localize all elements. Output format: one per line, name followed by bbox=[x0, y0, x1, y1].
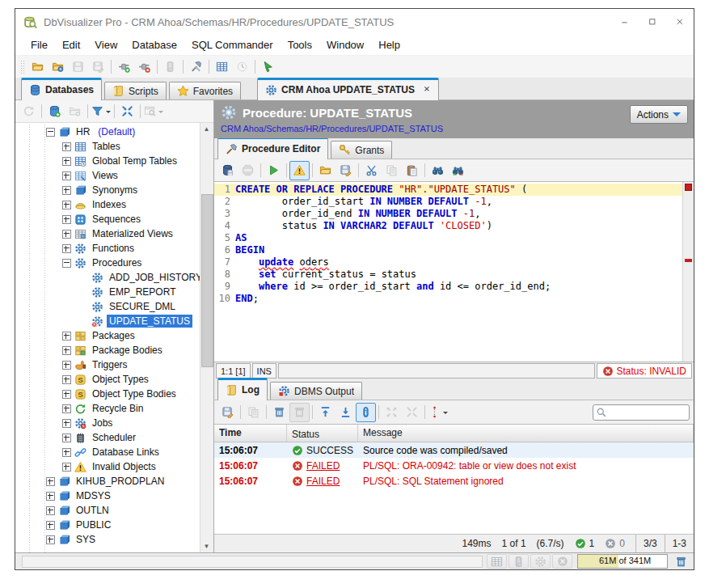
disconnect-button[interactable] bbox=[134, 57, 154, 77]
tree-item-object-type-bodies[interactable]: SObject Type Bodies bbox=[15, 387, 200, 401]
database-server-button[interactable] bbox=[160, 57, 180, 77]
connections-indicator-button[interactable] bbox=[509, 554, 529, 569]
filter-button[interactable] bbox=[91, 102, 112, 121]
tree-item-global-temp-tables[interactable]: Global Temp Tables bbox=[15, 154, 200, 168]
tab-databases[interactable]: Databases bbox=[21, 78, 102, 100]
errors-indicator-button[interactable] bbox=[552, 554, 572, 569]
show-in-window-button[interactable] bbox=[143, 102, 164, 121]
paste-button[interactable] bbox=[402, 161, 422, 180]
tree-item-public[interactable]: PUBLIC bbox=[15, 518, 200, 532]
collapse-rows-button[interactable] bbox=[402, 403, 422, 422]
code-line-1[interactable]: 1CREATE OR REPLACE PROCEDURE "HR"."UPDAT… bbox=[214, 184, 682, 196]
column-header-time[interactable]: Time bbox=[214, 425, 287, 442]
find-button[interactable] bbox=[428, 161, 448, 180]
collapse-icon[interactable] bbox=[62, 259, 71, 268]
minimize-button[interactable] bbox=[611, 9, 639, 35]
menu-view[interactable]: View bbox=[87, 37, 124, 53]
tree-item-add-job-history[interactable]: ADD_JOB_HISTORY bbox=[15, 270, 200, 285]
expand-icon[interactable] bbox=[62, 332, 71, 341]
tab-procedure-editor[interactable]: Procedure Editor bbox=[217, 137, 328, 159]
scroll-up-icon[interactable]: ▲ bbox=[200, 123, 213, 135]
actions-button[interactable]: Actions bbox=[630, 105, 688, 124]
scroll-to-top-button[interactable] bbox=[315, 403, 336, 422]
run-script-button[interactable] bbox=[258, 57, 278, 77]
menu-edit[interactable]: Edit bbox=[55, 37, 87, 53]
expand-icon[interactable] bbox=[62, 186, 71, 195]
tree-item-object-types[interactable]: SObject Types bbox=[15, 372, 200, 387]
add-connection-button[interactable] bbox=[44, 102, 65, 121]
toolbar-drag-handle[interactable] bbox=[20, 60, 24, 74]
expand-icon[interactable] bbox=[62, 463, 71, 472]
tree-item-materialized-views[interactable]: Materialized Views bbox=[15, 226, 200, 241]
save-as-button[interactable] bbox=[88, 57, 108, 77]
expand-icon[interactable] bbox=[46, 535, 55, 544]
log-search-input[interactable] bbox=[607, 407, 689, 418]
expand-icon[interactable] bbox=[62, 171, 71, 180]
expand-icon[interactable] bbox=[62, 390, 71, 399]
log-row[interactable]: 15:06:07SUCCESSSource code was compiled/… bbox=[214, 442, 694, 458]
find-replace-button[interactable] bbox=[448, 161, 468, 180]
line-error-marker[interactable] bbox=[685, 259, 692, 262]
expand-icon[interactable] bbox=[46, 492, 55, 501]
tree-item-views[interactable]: Views bbox=[15, 168, 200, 183]
expand-rows-button[interactable] bbox=[382, 403, 402, 422]
expand-icon[interactable] bbox=[62, 375, 71, 384]
open-settings-button[interactable] bbox=[48, 57, 68, 77]
scroll-down-icon[interactable]: ▼ bbox=[200, 540, 213, 552]
close-button[interactable] bbox=[666, 9, 694, 35]
fit-rows-button[interactable] bbox=[428, 403, 449, 422]
scroll-to-bottom-button[interactable] bbox=[336, 403, 356, 422]
expand-icon[interactable] bbox=[62, 157, 71, 166]
code-line-5[interactable]: 5AS bbox=[214, 232, 682, 244]
code-line-10[interactable]: 10END; bbox=[214, 293, 682, 305]
tree-item-emp-report[interactable]: EMP_REPORT bbox=[15, 285, 200, 299]
code-line-9[interactable]: 9 where id >= order_id_start and id <= o… bbox=[214, 281, 682, 293]
tree-item-triggers[interactable]: Triggers bbox=[15, 357, 200, 372]
cut-button[interactable] bbox=[361, 161, 382, 180]
tree-item-functions[interactable]: Functions bbox=[15, 241, 200, 256]
column-header-message[interactable]: Message bbox=[358, 425, 694, 442]
tree-item-synonyms[interactable]: Synonyms bbox=[15, 183, 200, 197]
close-tab-icon[interactable] bbox=[424, 84, 431, 95]
code-line-2[interactable]: 2 order_id_start IN NUMBER DEFAULT -1, bbox=[214, 196, 682, 208]
code-line-3[interactable]: 3 order_id_end IN NUMBER DEFAULT -1, bbox=[214, 208, 682, 220]
memory-gauge[interactable]: 61M of 341M bbox=[577, 554, 668, 569]
menu-file[interactable]: File bbox=[23, 37, 55, 53]
tree-scrollbar[interactable]: ▲ ▼ bbox=[200, 123, 213, 552]
column-header-status[interactable]: Status bbox=[287, 425, 358, 442]
tree-item-mdsys[interactable]: MDSYS bbox=[15, 489, 200, 503]
tree-item-scheduler[interactable]: Scheduler bbox=[15, 430, 200, 445]
add-folder-button[interactable] bbox=[65, 102, 85, 121]
tab-favorites[interactable]: Favorites bbox=[169, 82, 241, 99]
tree-item-kihub-prodplan[interactable]: KIHUB_PRODPLAN bbox=[15, 474, 200, 489]
code-line-7[interactable]: 7 update oders bbox=[214, 256, 682, 269]
refresh-objects-button[interactable] bbox=[19, 102, 39, 121]
copy-log-button[interactable] bbox=[243, 403, 264, 422]
menu-window[interactable]: Window bbox=[319, 37, 371, 53]
menu-tools[interactable]: Tools bbox=[281, 37, 319, 53]
tree-item-procedures[interactable]: Procedures bbox=[15, 256, 200, 270]
code-line-8[interactable]: 8 set current_status = status bbox=[214, 269, 682, 281]
error-margin[interactable] bbox=[682, 182, 694, 362]
expand-icon[interactable] bbox=[62, 419, 71, 428]
expand-icon[interactable] bbox=[62, 448, 71, 457]
tree-item-database-links[interactable]: Database Links bbox=[15, 445, 200, 459]
expand-icon[interactable] bbox=[46, 477, 55, 486]
tree-item-packages[interactable]: Packages bbox=[15, 328, 200, 343]
tree-item-tables[interactable]: Tables bbox=[15, 139, 200, 154]
scrollbar-thumb[interactable] bbox=[201, 194, 213, 367]
tab-scripts[interactable]: Scripts bbox=[104, 82, 167, 99]
collapse-icon[interactable] bbox=[46, 128, 55, 137]
save-button[interactable] bbox=[68, 57, 88, 77]
run-gc-button[interactable] bbox=[671, 552, 691, 571]
history-button[interactable] bbox=[232, 57, 252, 77]
sql-editor[interactable]: 1CREATE OR REPLACE PROCEDURE "HR"."UPDAT… bbox=[214, 181, 694, 362]
tree-item-jobs[interactable]: Jobs bbox=[15, 416, 200, 430]
export-log-button[interactable] bbox=[217, 403, 238, 422]
menu-sql-commander[interactable]: SQL Commander bbox=[184, 37, 281, 53]
tree-item-recycle-bin[interactable]: Recycle Bin bbox=[15, 401, 200, 416]
sql-commander-button[interactable] bbox=[212, 57, 232, 77]
tree-item-update-status[interactable]: UPDATE_STATUS bbox=[15, 314, 200, 328]
code-line-4[interactable]: 4 status IN VARCHAR2 DEFAULT 'CLOSED') bbox=[214, 220, 682, 232]
compile-save-button[interactable] bbox=[217, 161, 238, 180]
